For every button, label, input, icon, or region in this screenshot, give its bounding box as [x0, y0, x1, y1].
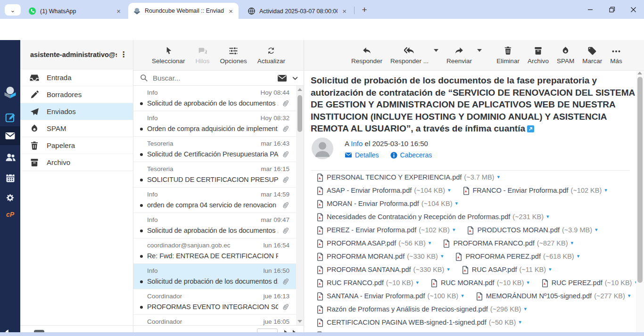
attachment-name[interactable]: PROFORMA MORAN.pdf: [327, 252, 405, 261]
attachment-name[interactable]: Razón de Proformas y Análisis de Precios…: [327, 305, 488, 314]
attachment[interactable]: ASAP - Enviar Proforma.pdf (~104 KB) ▾: [317, 186, 451, 195]
attachment-name[interactable]: MORAN - Enviar Proforma.pdf: [327, 199, 419, 208]
message-list-item[interactable]: Info mar 09:47 Solicitud de aprobación d…: [133, 213, 296, 238]
attachment-menu-caret[interactable]: ▾: [595, 225, 598, 234]
reply-button[interactable]: Responder: [351, 45, 382, 65]
sidebar-item-entrada[interactable]: Entrada: [20, 69, 133, 86]
attachment[interactable]: Razón de Proformas y Análisis de Precios…: [317, 305, 527, 314]
search-input[interactable]: Buscar...: [153, 74, 277, 82]
reader-scrollbar[interactable]: [636, 71, 644, 336]
attachment-menu-caret[interactable]: ▾: [416, 278, 419, 287]
tab-actividad[interactable]: Actividad 2025-03-07 08:00:00 ×: [243, 3, 352, 19]
tab-close-icon[interactable]: ×: [341, 8, 347, 15]
attachment[interactable]: PROFORMA MORAN.pdf (~330 KB) ▾: [317, 252, 443, 261]
spam-button[interactable]: SPAM: [557, 45, 574, 65]
settings-gear-icon[interactable]: [0, 190, 20, 206]
select-button[interactable]: Seleccionar: [152, 45, 185, 65]
attachment-menu-caret[interactable]: ▾: [628, 291, 631, 300]
sidebar-item-papelera[interactable]: Papelera: [20, 137, 133, 154]
attachment-menu-caret[interactable]: ▾: [577, 252, 580, 261]
attachment[interactable]: PROFORMA FRANCO.pdf (~827 KB) ▾: [443, 239, 573, 248]
scroll-down-arrow[interactable]: [297, 320, 302, 323]
scroll-up-arrow[interactable]: [637, 72, 642, 74]
list-scrollbar[interactable]: [296, 86, 304, 325]
attachment[interactable]: PROFORMA ASAP.pdf (~56 KB) ▾: [317, 239, 431, 248]
attachment-menu-caret[interactable]: ▾: [604, 186, 607, 195]
attachment-name[interactable]: PROFORMA PEREZ.pdf: [465, 252, 541, 261]
headers-link[interactable]: Cabeceras: [390, 151, 432, 159]
attachment[interactable]: PRODUCTOS MORAN.pdf (~3.9 MB) ▾: [467, 226, 597, 235]
attachment-menu-caret[interactable]: ▾: [519, 318, 521, 327]
attachment[interactable]: PERSONAL TECNICO Y EXPERIENCIA.pdf (~3.7…: [317, 173, 500, 182]
forward-menu-caret[interactable]: [477, 49, 482, 52]
message-list-item[interactable]: Tesoreria mar 16:43 Solicitud de Certifi…: [133, 137, 296, 162]
list-scrollbar-thumb[interactable]: [297, 95, 302, 132]
external-link-icon[interactable]: [527, 125, 534, 132]
attachment-menu-caret[interactable]: ▾: [441, 252, 444, 261]
attachment-name[interactable]: RUC PEREZ.pdf: [552, 279, 603, 287]
options-button[interactable]: Opciones: [220, 45, 247, 65]
refresh-button[interactable]: Actualizar: [257, 45, 285, 65]
attachment-name[interactable]: RUC MORAN.pdf: [441, 279, 495, 287]
compose-icon[interactable]: [0, 109, 20, 125]
search-scope-mail-icon[interactable]: [277, 74, 287, 82]
attachment[interactable]: RUC ASAP.pdf (~11 KB) ▾: [462, 265, 552, 274]
window-minimize-button[interactable]: [579, 0, 601, 19]
attachment-name[interactable]: PROFORMA SANTANA.pdf: [327, 265, 411, 274]
sidebar-item-archivo[interactable]: Archivo: [20, 154, 133, 171]
attachment-menu-caret[interactable]: ▾: [461, 291, 464, 300]
message-list-item[interactable]: Tesoreria mar 16:15 SOLICITUD DE CERTIFI…: [133, 162, 296, 188]
attachment[interactable]: PEREZ - Enviar Proforma.pdf (~102 KB) ▾: [317, 226, 455, 235]
reader-scrollbar-thumb[interactable]: [637, 77, 643, 283]
attachment-name[interactable]: CERTIFICACION PAGINA WEB-signed-1-signed…: [327, 318, 487, 327]
contacts-icon[interactable]: [0, 149, 20, 165]
sidebar-item-enviados[interactable]: Enviados: [20, 103, 133, 120]
attachment[interactable]: FRANCO - Enviar Proforma.pdf (~102 KB) ▾: [463, 186, 607, 195]
window-restore-button[interactable]: [601, 0, 623, 19]
attachment-name[interactable]: SANTANA - Enviar Proforma.pdf: [327, 292, 425, 301]
sidebar-item-spam[interactable]: SPAM: [20, 120, 133, 137]
attachment[interactable]: PROFORMA SANTANA.pdf (~330 KB) ▾: [317, 265, 450, 274]
scroll-up-arrow[interactable]: [297, 88, 302, 91]
attachment-name[interactable]: PRODUCTOS MORAN.pdf: [477, 226, 560, 235]
message-list-item[interactable]: Info mar 14:59 orden de compra 04 servic…: [133, 188, 296, 213]
delete-button[interactable]: Eliminar: [496, 45, 520, 65]
archive-button[interactable]: Archivo: [528, 45, 549, 65]
message-list-item[interactable]: Info lun 16:50 Solicitud de probación de…: [133, 264, 296, 289]
calendar-icon[interactable]: [0, 170, 20, 186]
message-list-item[interactable]: Info Hoy 08:44 Solicitud de aprobación d…: [133, 86, 296, 111]
message-list-item[interactable]: Coordinador jue 16:05: [133, 315, 296, 325]
attachment-menu-caret[interactable]: ▾: [455, 199, 458, 208]
attachment-name[interactable]: RUC FRANCO.pdf: [327, 279, 384, 287]
attachment-name[interactable]: PEREZ - Enviar Proforma.pdf: [327, 226, 416, 235]
attachment-name[interactable]: PROFORMA FRANCO.pdf: [453, 239, 534, 248]
details-link[interactable]: Detalles: [345, 151, 379, 159]
sidebar-item-borradores[interactable]: Borradores: [20, 86, 133, 103]
message-list-item[interactable]: Info Hoy 08:32 Orden de compra adquisici…: [133, 111, 296, 137]
attachment-menu-caret[interactable]: ▾: [448, 186, 451, 195]
attachment[interactable]: MORAN - Enviar Proforma.pdf (~104 KB) ▾: [317, 199, 458, 208]
attachment[interactable]: CERTIFICACION PAGINA WEB-signed-1-signed…: [317, 318, 521, 327]
attachment-name[interactable]: MEMORÁNDUM Nº105-signed.pdf: [486, 292, 592, 301]
attachment-menu-caret[interactable]: ▾: [571, 238, 574, 247]
attachment-menu-caret[interactable]: ▾: [546, 212, 549, 221]
attachment[interactable]: RUC FRANCO.pdf (~10 KB) ▾: [317, 279, 419, 287]
tab-close-icon[interactable]: ×: [116, 8, 122, 15]
tab-search-button[interactable]: ⌄: [5, 4, 21, 16]
attachment[interactable]: RUC MORAN.pdf (~10 KB) ▾: [431, 279, 529, 287]
attachment-name[interactable]: RUC ASAP.pdf: [472, 265, 517, 274]
message-list-item[interactable]: coordinador@sanjuan.gob.ec lun 16:54 Re:…: [133, 238, 296, 264]
attachment[interactable]: MEMORÁNDUM Nº105-signed.pdf (~277 KB) ▾: [476, 292, 631, 301]
attachment[interactable]: SANTANA - Enviar Proforma.pdf (~100 KB) …: [317, 292, 464, 301]
attachment-name[interactable]: PROFORMA ASAP.pdf: [327, 239, 396, 248]
forward-button[interactable]: Reenviar: [446, 45, 472, 65]
attachment[interactable]: PROFORMA PEREZ.pdf (~618 KB) ▾: [455, 252, 579, 261]
tab-whatsapp[interactable]: (1) WhatsApp ×: [24, 3, 126, 19]
attachment-menu-caret[interactable]: ▾: [447, 265, 450, 274]
attachment-menu-caret[interactable]: ▾: [497, 173, 500, 181]
attachment-menu-caret[interactable]: ▾: [527, 278, 529, 287]
attachment-name[interactable]: FRANCO - Enviar Proforma.pdf: [473, 186, 569, 195]
attachment[interactable]: RUC PEREZ.pdf (~10 KB) ▾: [542, 279, 637, 287]
attachment-menu-caret[interactable]: ▾: [429, 238, 431, 247]
recipient-link[interactable]: Info: [351, 139, 363, 148]
